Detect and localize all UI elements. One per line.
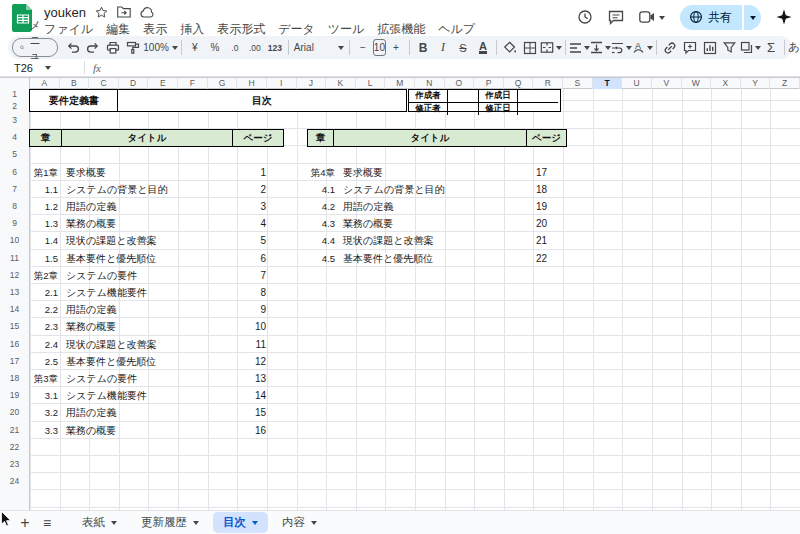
modified-by-value-cell[interactable]	[448, 102, 479, 115]
toc-left-title-cell[interactable]: システム機能要件	[66, 387, 147, 404]
toc-right-chapter-cell[interactable]: 4.2	[301, 198, 335, 215]
share-dropdown-button[interactable]	[744, 5, 761, 30]
column-header-W[interactable]: W	[682, 78, 712, 89]
increase-font-size-button[interactable]: +	[386, 38, 406, 57]
toc-right-page-cell[interactable]: 20	[491, 215, 547, 232]
toc-right-header-page[interactable]: ページ	[526, 129, 567, 147]
toc-left-page-cell[interactable]: 16	[210, 422, 266, 439]
column-header-R[interactable]: R	[533, 78, 563, 89]
decrease-decimal-button[interactable]: .0	[225, 38, 245, 57]
toc-right-chapter-cell[interactable]: 第4章	[301, 164, 335, 181]
insert-link-icon[interactable]	[660, 38, 680, 57]
toc-left-title-cell[interactable]: システムの要件	[66, 267, 137, 284]
modified-date-value-cell[interactable]	[518, 102, 558, 115]
toc-right-title-cell[interactable]: 要求概要	[343, 164, 383, 181]
toc-right-header-chapter[interactable]: 章	[307, 129, 334, 147]
print-icon[interactable]	[103, 38, 123, 57]
toc-left-page-cell[interactable]: 11	[210, 336, 266, 353]
all-sheets-button[interactable]: ≡	[36, 512, 58, 534]
toc-left-title-cell[interactable]: 業務の概要	[66, 422, 116, 439]
toc-left-page-cell[interactable]: 15	[210, 404, 266, 421]
merge-cells-button[interactable]	[540, 38, 562, 57]
add-sheet-button[interactable]: +	[14, 512, 36, 534]
toc-left-page-cell[interactable]: 10	[210, 318, 266, 335]
redo-button[interactable]	[83, 38, 103, 57]
more-formats-button[interactable]: 123	[265, 38, 285, 57]
column-header-Y[interactable]: Y	[741, 78, 771, 89]
toc-left-chapter-cell[interactable]: 第2章	[26, 267, 58, 284]
cloud-saved-icon[interactable]	[140, 7, 155, 18]
toc-left-header-title[interactable]: タイトル	[61, 129, 234, 147]
undo-button[interactable]	[63, 38, 83, 57]
column-header-P[interactable]: P	[474, 78, 504, 89]
toc-left-chapter-cell[interactable]: 2.2	[26, 301, 58, 318]
toc-left-page-cell[interactable]: 14	[210, 387, 266, 404]
toc-right-page-cell[interactable]: 21	[491, 232, 547, 249]
text-rotation-button[interactable]: A	[632, 38, 653, 57]
created-date-label-cell[interactable]: 作成日	[479, 90, 518, 102]
document-title[interactable]: youken	[44, 5, 86, 20]
modified-date-label-cell[interactable]: 修正日	[479, 102, 518, 115]
sheet-tab[interactable]: 表紙	[72, 512, 127, 533]
column-header-T[interactable]: T	[593, 78, 623, 89]
row-header-5[interactable]: 5	[0, 146, 29, 163]
decrease-font-size-button[interactable]: −	[353, 38, 373, 57]
column-header-G[interactable]: G	[208, 78, 238, 89]
italic-button[interactable]: I	[433, 38, 453, 57]
row-header-3[interactable]: 3	[0, 112, 29, 129]
column-header-B[interactable]: B	[60, 78, 90, 89]
toc-left-page-cell[interactable]: 13	[210, 370, 266, 387]
toc-left-chapter-cell[interactable]: 3.3	[26, 422, 58, 439]
toc-right-chapter-cell[interactable]: 4.5	[301, 250, 335, 267]
column-header-L[interactable]: L	[356, 78, 386, 89]
toc-left-page-cell[interactable]: 12	[210, 353, 266, 370]
row-header-2[interactable]: 2	[0, 101, 29, 113]
toc-right-chapter-cell[interactable]: 4.1	[301, 181, 335, 198]
column-header-Z[interactable]: Z	[770, 78, 800, 89]
toc-right-page-cell[interactable]: 17	[491, 164, 547, 181]
cell-sheet-title[interactable]: 目次	[117, 89, 407, 112]
fill-color-icon[interactable]	[500, 38, 520, 57]
column-header-A[interactable]: A	[30, 78, 60, 89]
column-header-O[interactable]: O	[445, 78, 475, 89]
version-history-icon[interactable]	[577, 9, 593, 25]
toc-left-chapter-cell[interactable]: 2.5	[26, 353, 58, 370]
font-size-input[interactable]: 10	[373, 39, 386, 56]
column-header-C[interactable]: C	[89, 78, 119, 89]
column-header-S[interactable]: S	[563, 78, 593, 89]
insert-comment-icon[interactable]	[680, 38, 700, 57]
created-date-value-cell[interactable]	[518, 90, 558, 102]
column-header-M[interactable]: M	[385, 78, 415, 89]
toc-left-title-cell[interactable]: 用語の定義	[66, 404, 116, 421]
row-header-22[interactable]: 22	[0, 439, 29, 456]
toc-left-chapter-cell[interactable]: 第3章	[26, 370, 58, 387]
insert-chart-icon[interactable]	[700, 38, 720, 57]
toc-left-chapter-cell[interactable]: 3.1	[26, 387, 58, 404]
create-filter-icon[interactable]	[720, 38, 740, 57]
format-percent-button[interactable]: %	[205, 38, 225, 57]
toc-right-page-cell[interactable]: 18	[491, 181, 547, 198]
toc-right-title-cell[interactable]: システムの背景と目的	[343, 181, 444, 198]
column-header-H[interactable]: H	[237, 78, 267, 89]
column-header-U[interactable]: U	[622, 78, 652, 89]
toc-left-chapter-cell[interactable]: 2.1	[26, 284, 58, 301]
horizontal-align-button[interactable]	[569, 38, 590, 57]
toc-left-title-cell[interactable]: 現状の課題と改善案	[66, 336, 156, 353]
column-header-N[interactable]: N	[415, 78, 445, 89]
created-by-value-cell[interactable]	[448, 90, 479, 102]
cell-doc-title[interactable]: 要件定義書	[29, 89, 119, 112]
toc-right-chapter-cell[interactable]: 4.4	[301, 232, 335, 249]
comments-icon[interactable]	[608, 10, 624, 25]
vertical-align-button[interactable]	[590, 38, 611, 57]
input-tools-button[interactable]: あ	[788, 38, 800, 57]
modified-by-label-cell[interactable]: 修正者	[409, 102, 448, 115]
functions-button[interactable]: Σ	[761, 38, 781, 57]
sheet-tab[interactable]: 更新履歴	[131, 512, 209, 533]
share-button[interactable]: 共有	[680, 5, 761, 30]
gemini-sparkle-icon[interactable]	[776, 9, 792, 25]
column-header-X[interactable]: X	[711, 78, 741, 89]
row-header-23[interactable]: 23	[0, 456, 29, 473]
meet-video-icon[interactable]	[639, 11, 665, 23]
toc-left-header-chapter[interactable]: 章	[29, 129, 62, 147]
column-header-I[interactable]: I	[267, 78, 297, 89]
